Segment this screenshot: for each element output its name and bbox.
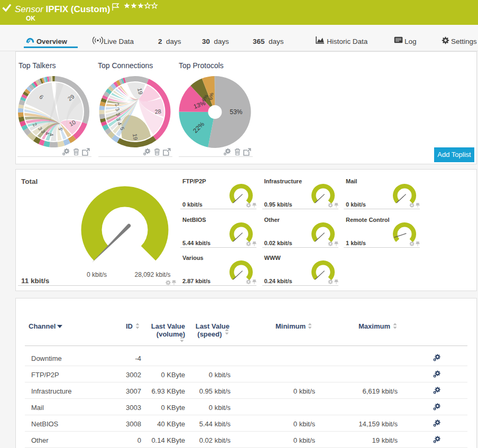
svg-text:28: 28 — [154, 108, 161, 115]
svg-text:19: 19 — [136, 87, 144, 95]
svg-text:53%: 53% — [229, 108, 242, 116]
svg-text:19: 19 — [132, 133, 139, 141]
